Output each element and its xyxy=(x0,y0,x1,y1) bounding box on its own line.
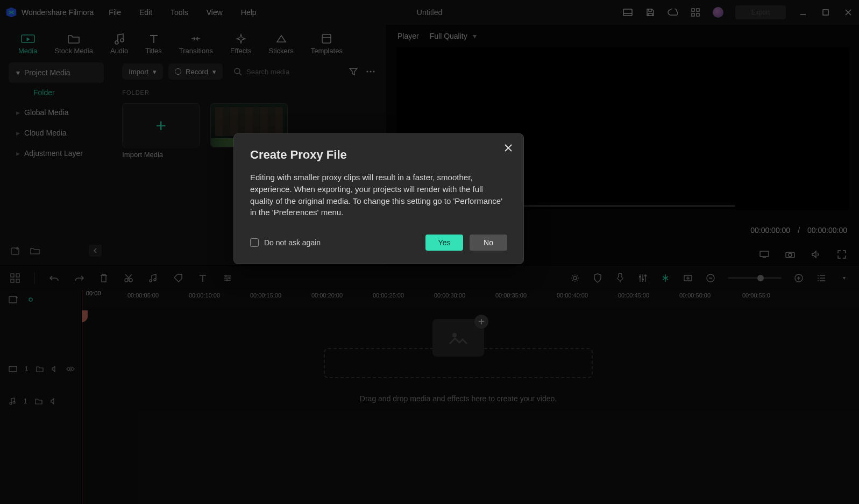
sidebar-item-global-media[interactable]: ▸ Global Media xyxy=(9,102,104,123)
razor-icon[interactable] xyxy=(660,273,671,283)
search-input[interactable] xyxy=(246,68,337,76)
split-icon[interactable] xyxy=(123,273,134,283)
app-name: Wondershare Filmora xyxy=(22,8,94,17)
menu-view[interactable]: View xyxy=(207,8,223,17)
ruler-mark: 00:00:40:00 xyxy=(557,292,588,299)
tab-audio[interactable]: Audio xyxy=(110,33,128,55)
record-dot-icon xyxy=(175,68,181,75)
sidebar-item-cloud-media[interactable]: ▸ Cloud Media xyxy=(9,123,104,143)
player-tab[interactable]: Player xyxy=(397,32,419,40)
maximize-icon[interactable] xyxy=(820,7,831,18)
adjust-icon[interactable] xyxy=(222,273,233,283)
svg-point-46 xyxy=(452,333,457,337)
list-view-icon[interactable] xyxy=(816,273,827,283)
undo-icon[interactable] xyxy=(49,273,60,283)
more-icon[interactable] xyxy=(365,66,377,77)
tag-icon[interactable] xyxy=(173,273,183,283)
svg-point-30 xyxy=(150,280,152,282)
display-icon[interactable] xyxy=(759,249,770,260)
svg-point-17 xyxy=(366,70,368,72)
chevron-down-icon[interactable]: ▾ xyxy=(839,273,849,283)
video-track-header[interactable]: 1 xyxy=(0,361,81,377)
sidebar-item-adjustment-layer[interactable]: ▸ Adjustment Layer xyxy=(9,143,104,164)
new-folder-icon[interactable] xyxy=(30,247,40,254)
marker-add-icon[interactable] xyxy=(683,273,693,283)
sidebar-child-folder[interactable]: Folder xyxy=(9,83,104,102)
tab-label: Audio xyxy=(110,47,128,55)
folder-icon[interactable] xyxy=(36,366,44,372)
sidebar-item-label: Cloud Media xyxy=(24,129,67,137)
svg-rect-7 xyxy=(823,10,828,15)
sticker-icon xyxy=(274,33,289,45)
timeline-ruler[interactable]: 00:00 00:00:05:00 00:00:10:00 00:00:15:0… xyxy=(82,290,859,308)
minimize-icon[interactable] xyxy=(798,7,808,18)
zoom-in-icon[interactable] xyxy=(793,273,804,283)
dialog-no-button[interactable]: No xyxy=(470,235,507,251)
audio-track-header[interactable]: 1 xyxy=(0,393,81,409)
zoom-out-icon[interactable] xyxy=(705,273,716,283)
title-icon[interactable] xyxy=(197,273,208,283)
grid-icon[interactable] xyxy=(690,7,701,18)
filter-icon[interactable] xyxy=(347,66,359,77)
track-header-column: 1 1 xyxy=(0,290,82,504)
mute-icon[interactable] xyxy=(51,366,59,372)
redo-icon[interactable] xyxy=(74,273,84,283)
dialog-close-button[interactable] xyxy=(502,141,515,154)
tab-transitions[interactable]: Transitions xyxy=(179,33,213,55)
new-bin-icon[interactable] xyxy=(11,246,20,255)
visibility-icon[interactable] xyxy=(66,366,75,372)
do-not-ask-checkbox[interactable] xyxy=(250,238,259,247)
svg-rect-20 xyxy=(760,251,769,257)
add-track-icon[interactable] xyxy=(9,295,18,304)
record-dropdown[interactable]: Record ▾ xyxy=(168,63,223,80)
link-icon[interactable] xyxy=(26,296,36,303)
menu-edit[interactable]: Edit xyxy=(139,8,152,17)
tab-label: Titles xyxy=(145,47,162,55)
volume-icon[interactable] xyxy=(811,249,821,260)
camera-icon[interactable] xyxy=(785,249,796,260)
save-icon[interactable] xyxy=(645,7,656,18)
tab-stickers[interactable]: Stickers xyxy=(268,33,293,55)
cloud-icon[interactable] xyxy=(668,7,678,18)
plus-badge-icon: + xyxy=(474,315,488,329)
chevron-right-icon: ▸ xyxy=(16,149,20,158)
quality-dropdown[interactable]: Full Quality ▾ xyxy=(430,32,477,40)
export-button[interactable]: Export xyxy=(735,5,786,19)
timecode-total: 00:00:00:00 xyxy=(807,226,847,235)
delete-icon[interactable] xyxy=(98,273,109,283)
layout-icon[interactable] xyxy=(622,7,633,18)
svg-rect-2 xyxy=(692,9,694,11)
menu-tools[interactable]: Tools xyxy=(171,8,188,17)
tab-titles[interactable]: Titles xyxy=(145,33,162,55)
collapse-sidebar-icon[interactable] xyxy=(89,245,102,257)
ruler-position: 00:00 xyxy=(86,290,101,296)
auto-icon[interactable] xyxy=(570,273,580,283)
fullscreen-icon[interactable] xyxy=(836,249,847,260)
svg-rect-35 xyxy=(642,279,644,280)
tab-templates[interactable]: Templates xyxy=(311,33,343,55)
sidebar-item-project-media[interactable]: ▾ Project Media xyxy=(9,62,104,83)
menu-help[interactable]: Help xyxy=(241,8,257,17)
apps-icon[interactable] xyxy=(10,273,20,283)
microphone-icon[interactable] xyxy=(615,273,626,283)
menu-file[interactable]: File xyxy=(109,8,121,17)
folder-icon[interactable] xyxy=(35,398,42,404)
tab-media[interactable]: Media xyxy=(18,33,37,55)
timeline-tracks[interactable]: 00:00 00:00:05:00 00:00:10:00 00:00:15:0… xyxy=(82,290,859,504)
zoom-slider[interactable] xyxy=(728,277,782,279)
mixer-icon[interactable] xyxy=(637,273,648,283)
tab-effects[interactable]: Effects xyxy=(230,33,252,55)
audio-detach-icon[interactable] xyxy=(148,273,159,283)
dialog-yes-button[interactable]: Yes xyxy=(425,235,463,251)
import-dropdown[interactable]: Import ▾ xyxy=(122,63,163,80)
mute-icon[interactable] xyxy=(50,398,58,404)
timeline-toolbar: ▾ xyxy=(0,265,859,290)
titlebar: Wondershare Filmora File Edit Tools View… xyxy=(0,0,859,25)
avatar[interactable] xyxy=(713,7,723,18)
shield-icon[interactable] xyxy=(592,273,603,283)
svg-rect-12 xyxy=(322,34,331,43)
close-icon[interactable] xyxy=(843,7,854,18)
module-tabs: Media Stock Media Audio Titles Transitio… xyxy=(0,25,386,57)
tab-stock-media[interactable]: Stock Media xyxy=(54,33,93,55)
import-media-tile[interactable]: + Import Media xyxy=(122,103,200,159)
